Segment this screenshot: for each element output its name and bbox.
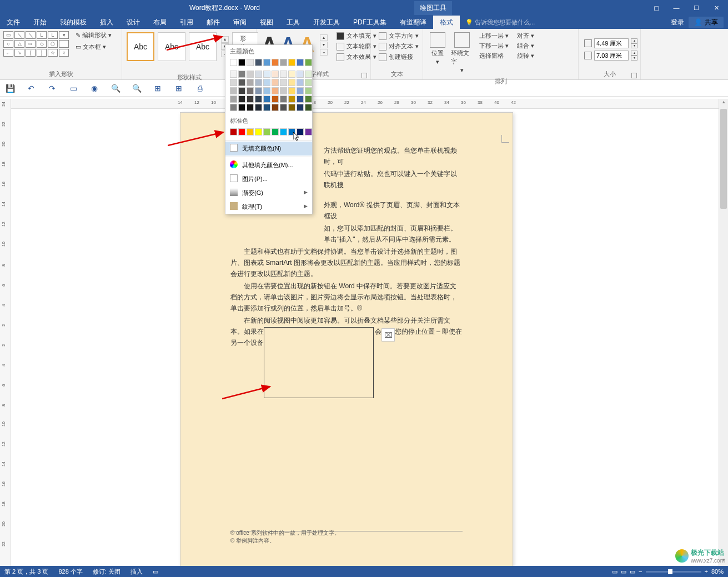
color-swatch[interactable] — [297, 128, 304, 136]
zoom-slider[interactable] — [646, 571, 701, 573]
color-swatch[interactable] — [272, 87, 279, 94]
color-swatch[interactable] — [297, 59, 304, 66]
shape-item[interactable]: ⬡ — [48, 40, 58, 48]
gallery-more-button[interactable]: ⌄ — [320, 49, 328, 56]
color-swatch[interactable] — [280, 59, 287, 66]
color-swatch[interactable] — [288, 96, 295, 103]
color-swatch[interactable] — [230, 71, 237, 78]
dialog-launcher[interactable] — [631, 73, 637, 78]
color-swatch[interactable] — [288, 104, 295, 111]
share-button[interactable]: 👤共享 — [689, 17, 724, 28]
bring-forward-button[interactable]: 上移一层 ▾ — [475, 31, 511, 41]
style-item[interactable]: Abc — [189, 32, 217, 61]
color-swatch[interactable] — [230, 59, 237, 66]
shape-item[interactable]: ▭ — [3, 31, 13, 39]
color-swatch[interactable] — [247, 104, 254, 111]
color-swatch[interactable] — [297, 104, 304, 111]
text-box-button[interactable]: ▭文本框 ▾ — [73, 42, 114, 52]
color-swatch[interactable] — [288, 59, 295, 66]
maximize-button[interactable]: ☐ — [687, 1, 706, 14]
no-fill-option[interactable]: 无填充颜色(N) — [225, 142, 312, 155]
color-swatch[interactable] — [297, 79, 304, 86]
scrollbar-thumb[interactable] — [720, 109, 727, 209]
color-swatch[interactable] — [263, 71, 270, 78]
width-field[interactable]: ▴▾ — [584, 51, 637, 61]
shape-item[interactable]: ☆ — [48, 49, 58, 57]
tab-developer[interactable]: 开发工具 — [307, 16, 347, 29]
zoom-level[interactable]: 80% — [711, 568, 724, 575]
color-swatch[interactable] — [288, 87, 295, 94]
create-link-button[interactable]: 创建链接 — [376, 52, 415, 62]
shape-item[interactable]: { — [26, 49, 36, 57]
status-icon[interactable]: ▭ — [153, 568, 158, 575]
color-swatch[interactable] — [280, 104, 287, 111]
color-swatch[interactable] — [247, 79, 254, 86]
text-direction-button[interactable]: 文字方向 ▾ — [376, 31, 421, 41]
tab-mailings[interactable]: 邮件 — [200, 16, 227, 29]
selection-pane-button[interactable]: 选择窗格 — [475, 51, 511, 61]
color-swatch[interactable] — [280, 128, 287, 136]
shape-item[interactable]: ＼ — [14, 31, 24, 39]
tab-layout[interactable]: 布局 — [147, 16, 173, 29]
tab-insert[interactable]: 插入 — [93, 16, 120, 29]
color-swatch[interactable] — [305, 128, 312, 136]
zoom-slider-thumb[interactable] — [668, 569, 672, 574]
color-swatch[interactable] — [263, 104, 270, 111]
zoom-in-button[interactable]: + — [705, 568, 708, 575]
color-swatch[interactable] — [280, 79, 287, 86]
color-swatch[interactable] — [280, 87, 287, 94]
layout-options-button[interactable]: ⌧ — [381, 328, 395, 342]
color-swatch[interactable] — [288, 128, 295, 136]
tab-format[interactable]: 格式 — [433, 16, 460, 29]
color-swatch[interactable] — [255, 79, 262, 86]
color-swatch[interactable] — [297, 71, 304, 78]
color-swatch[interactable] — [238, 96, 245, 103]
edit-shape-button[interactable]: ✎编辑形状 ▾ — [73, 30, 114, 41]
insert-mode[interactable]: 插入 — [130, 568, 143, 576]
spin-up[interactable]: ▴ — [631, 51, 637, 56]
color-swatch[interactable] — [238, 87, 245, 94]
spin-up[interactable]: ▴ — [631, 38, 637, 43]
tab-references[interactable]: 引用 — [173, 16, 200, 29]
color-swatch[interactable] — [272, 104, 279, 111]
shape-item[interactable]: ∿ — [14, 49, 24, 57]
color-swatch[interactable] — [288, 79, 295, 86]
gallery-up-button[interactable]: ▴ — [320, 34, 328, 41]
style-item[interactable]: Abc — [127, 32, 154, 61]
footnotes[interactable]: ® office 系列软件中的一款，用于处理文字。 ® 举例脚注内容。 — [230, 529, 340, 545]
qat-button[interactable]: 🔍 — [110, 83, 121, 94]
scroll-up-button[interactable]: ▴ — [719, 99, 728, 108]
color-swatch[interactable] — [263, 87, 270, 94]
color-swatch[interactable] — [230, 104, 237, 111]
color-swatch[interactable] — [263, 59, 270, 66]
qat-button[interactable]: 🔍 — [131, 83, 142, 94]
shape-item[interactable]: ⇨ — [26, 40, 36, 48]
undo-button[interactable]: ↶ — [26, 83, 37, 94]
color-swatch[interactable] — [247, 59, 254, 66]
qat-button[interactable]: ⊞ — [152, 83, 163, 94]
group-button[interactable]: 组合 ▾ — [513, 41, 536, 51]
redo-button[interactable]: ↷ — [47, 83, 58, 94]
color-swatch[interactable] — [272, 71, 279, 78]
color-swatch[interactable] — [305, 59, 312, 66]
shape-item[interactable]: L — [37, 31, 47, 39]
shape-item[interactable]: ＼ — [26, 31, 36, 39]
color-swatch[interactable] — [230, 128, 237, 136]
color-swatch[interactable] — [238, 128, 245, 136]
color-swatch[interactable] — [272, 59, 279, 66]
color-swatch[interactable] — [272, 79, 279, 86]
vertical-scrollbar[interactable]: ▴ ▾ — [719, 99, 728, 566]
color-swatch[interactable] — [255, 59, 262, 66]
wrap-text-button[interactable]: 环绕文字▾ — [450, 30, 474, 76]
tab-review[interactable]: 审阅 — [227, 16, 253, 29]
shape-item[interactable]: △ — [14, 40, 24, 48]
more-colors-option[interactable]: 其他填充颜色(M)... — [225, 158, 312, 172]
position-button[interactable]: 位置▾ — [425, 30, 450, 68]
color-swatch[interactable] — [247, 96, 254, 103]
color-swatch[interactable] — [255, 71, 262, 78]
view-web-layout[interactable]: ▭ — [630, 568, 635, 575]
color-swatch[interactable] — [247, 71, 254, 78]
color-swatch[interactable] — [305, 87, 312, 94]
height-input[interactable] — [594, 38, 629, 48]
align-button[interactable]: 对齐 ▾ — [513, 31, 536, 41]
